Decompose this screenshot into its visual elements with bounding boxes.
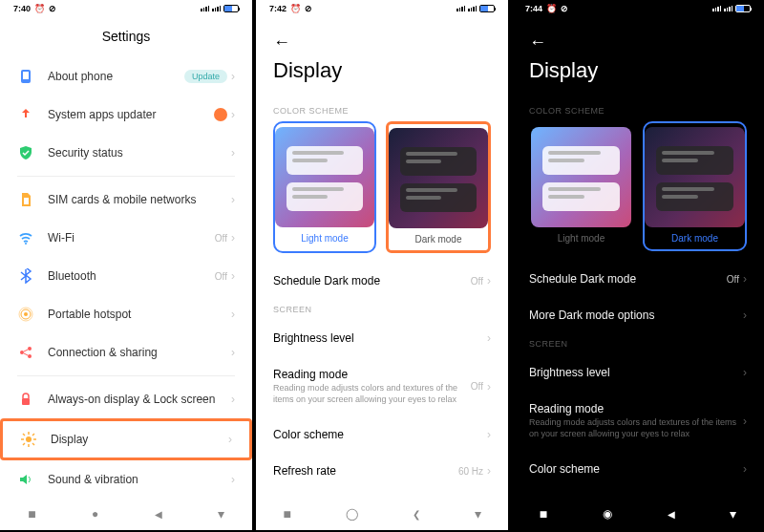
chevron-right-icon: › xyxy=(487,464,491,478)
chevron-right-icon: › xyxy=(743,272,747,286)
bluetooth-icon xyxy=(17,267,34,285)
nav-bar: ■ ● ◀ ▾ xyxy=(0,498,252,530)
display-row-schedule-dark-mode[interactable]: Schedule Dark modeOff› xyxy=(256,263,508,299)
svg-line-19 xyxy=(23,443,25,445)
nav-back[interactable]: ◀ xyxy=(155,509,162,520)
chevron-right-icon: › xyxy=(743,366,747,379)
row-value: Off xyxy=(215,233,227,244)
svg-rect-2 xyxy=(24,198,29,204)
display-row-more-dark-mode-options[interactable]: More Dark mode options› xyxy=(512,297,764,333)
display-row-color-scheme[interactable]: Color scheme› xyxy=(256,416,508,453)
status-time: 7:42 xyxy=(269,4,286,13)
nav-home[interactable]: ● xyxy=(92,507,98,521)
row-value: Off xyxy=(215,271,227,282)
row-value: Off xyxy=(471,381,483,392)
settings-row-connection-sharing[interactable]: Connection & sharing› xyxy=(0,333,252,372)
nav-home[interactable]: ◯ xyxy=(346,507,358,521)
nav-recent[interactable]: ■ xyxy=(28,506,35,521)
display-row-reading-mode[interactable]: Reading modeReading mode adjusts colors … xyxy=(256,356,508,416)
nav-back[interactable]: ❮ xyxy=(413,509,420,520)
svg-line-18 xyxy=(32,434,34,436)
svg-line-17 xyxy=(32,443,34,445)
notification-dot xyxy=(214,108,227,121)
settings-row-bluetooth[interactable]: BluetoothOff› xyxy=(0,257,252,295)
section-color-scheme: COLOR SCHEME xyxy=(256,100,508,121)
row-value: Off xyxy=(727,274,739,285)
settings-row-about-phone[interactable]: About phoneUpdate› xyxy=(0,57,252,96)
color-scheme-row: Light mode Dark mode xyxy=(512,121,764,261)
row-label: Refresh rate xyxy=(273,464,458,478)
wifi-icon xyxy=(17,229,34,246)
display-row-reading-mode[interactable]: Reading modeReading mode adjusts colors … xyxy=(512,391,764,451)
signal-icon xyxy=(201,6,209,11)
sun-icon xyxy=(20,431,37,448)
row-label: Schedule Dark mode xyxy=(529,272,727,286)
dark-thumbnail xyxy=(389,128,488,228)
nav-back[interactable]: ◀ xyxy=(668,509,675,520)
section-color-scheme: COLOR SCHEME xyxy=(512,100,764,121)
nav-more[interactable]: ▾ xyxy=(475,506,481,521)
svg-rect-10 xyxy=(22,398,30,405)
row-label: Reading mode xyxy=(529,402,743,415)
nav-more[interactable]: ▾ xyxy=(218,506,224,521)
settings-row-always-on-display-lock-screen[interactable]: Always-on display & Lock screen› xyxy=(0,380,252,418)
nav-recent[interactable]: ■ xyxy=(540,506,547,521)
row-label: Sound & vibration xyxy=(48,473,231,486)
section-screen: SCREEN xyxy=(512,333,764,354)
back-button[interactable]: ← xyxy=(512,17,764,53)
settings-row-portable-hotspot[interactable]: Portable hotspot› xyxy=(0,295,252,333)
display-row-color-scheme[interactable]: Color scheme› xyxy=(512,451,764,487)
row-sublabel: Reading mode adjusts colors and textures… xyxy=(529,417,743,439)
signal-icon xyxy=(712,6,721,11)
dnd-icon: ⊘ xyxy=(561,4,568,13)
nav-more[interactable]: ▾ xyxy=(730,506,736,521)
divider xyxy=(17,375,235,376)
scheme-light[interactable]: Light mode xyxy=(273,121,376,253)
svg-point-8 xyxy=(28,347,32,351)
chevron-right-icon: › xyxy=(487,428,491,441)
chevron-right-icon: › xyxy=(231,231,235,245)
page-title: Display xyxy=(512,53,764,100)
chevron-right-icon: › xyxy=(228,433,232,446)
chevron-right-icon: › xyxy=(231,70,235,83)
settings-row-display[interactable]: Display› xyxy=(0,418,252,460)
row-label: Connection & sharing xyxy=(48,346,231,359)
chevron-right-icon: › xyxy=(743,415,747,428)
row-label: Always-on display & Lock screen xyxy=(48,393,231,406)
nav-home[interactable]: ◉ xyxy=(603,507,612,521)
back-button[interactable]: ← xyxy=(256,17,508,53)
nav-recent[interactable]: ■ xyxy=(283,506,290,521)
scheme-light[interactable]: Light mode xyxy=(529,121,633,251)
svg-rect-1 xyxy=(23,72,29,79)
display-row-schedule-dark-mode[interactable]: Schedule Dark modeOff› xyxy=(512,261,764,297)
row-label: SIM cards & mobile networks xyxy=(48,193,231,206)
svg-line-16 xyxy=(23,434,25,436)
dnd-icon: ⊘ xyxy=(49,4,56,13)
scheme-dark[interactable]: Dark mode xyxy=(386,121,491,253)
settings-row-wi-fi[interactable]: Wi-FiOff› xyxy=(0,219,252,257)
share-icon xyxy=(17,344,34,361)
row-label: More Dark mode options xyxy=(529,309,743,322)
settings-row-sim-cards-mobile-networks[interactable]: SIM cards & mobile networks› xyxy=(0,181,252,219)
settings-row-security-status[interactable]: Security status› xyxy=(0,134,252,172)
settings-row-system-apps-updater[interactable]: System apps updater› xyxy=(0,96,252,134)
chevron-right-icon: › xyxy=(487,331,491,345)
row-label: Brightness level xyxy=(273,331,487,345)
chevron-right-icon: › xyxy=(231,108,235,121)
display-row-brightness-level[interactable]: Brightness level› xyxy=(512,354,764,391)
shield-icon xyxy=(17,144,34,161)
chevron-right-icon: › xyxy=(231,346,235,359)
status-bar: 7:44⏰⊘ xyxy=(512,0,764,17)
alarm-icon: ⏰ xyxy=(290,4,301,13)
chevron-right-icon: › xyxy=(231,269,235,283)
display-row-brightness-level[interactable]: Brightness level› xyxy=(256,320,508,356)
scheme-dark[interactable]: Dark mode xyxy=(643,121,747,251)
display-row-refresh-rate[interactable]: Refresh rate60 Hz› xyxy=(256,453,508,489)
phone-settings: 7:40⏰⊘ Settings About phoneUpdate›System… xyxy=(0,0,252,530)
chevron-right-icon: › xyxy=(487,380,491,394)
settings-row-sound-vibration[interactable]: Sound & vibration› xyxy=(0,460,252,499)
scheme-light-label: Light mode xyxy=(531,233,631,244)
row-label: Bluetooth xyxy=(48,269,215,283)
status-time: 7:44 xyxy=(525,4,542,13)
nav-bar: ■ ◉ ◀ ▾ xyxy=(512,498,764,530)
